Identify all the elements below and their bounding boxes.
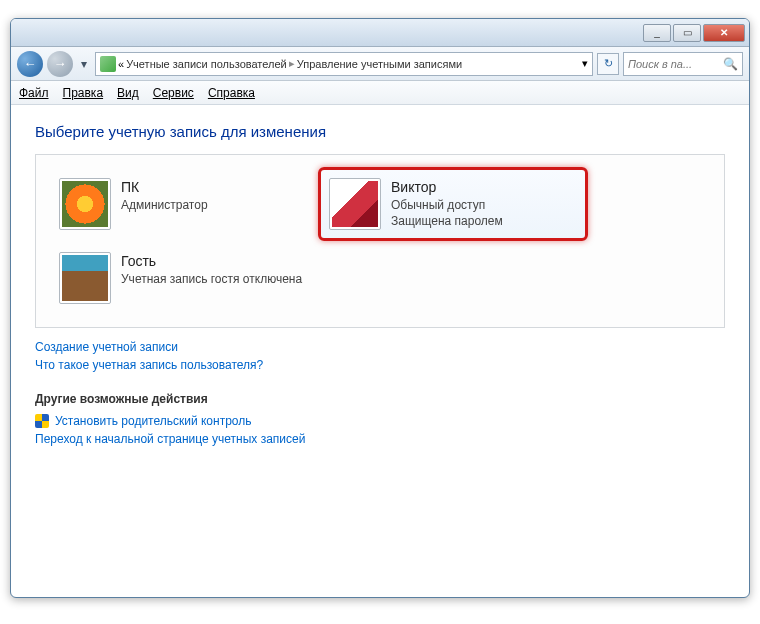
address-bar[interactable]: « Учетные записи пользователей ▸ Управле… (95, 52, 593, 76)
flower-icon (62, 181, 108, 227)
avatar (59, 252, 111, 304)
back-button[interactable]: ← (17, 51, 43, 77)
account-info: Виктор Обычный доступ Защищена паролем (391, 178, 503, 229)
content-area: Выберите учетную запись для изменения ПК… (11, 105, 749, 468)
menu-view[interactable]: Вид (117, 86, 139, 100)
page-heading: Выберите учетную запись для изменения (35, 123, 725, 140)
suitcase-icon (62, 255, 108, 301)
menu-tools[interactable]: Сервис (153, 86, 194, 100)
account-pk[interactable]: ПК Администратор (48, 167, 318, 241)
crumb-prefix: « (118, 58, 124, 70)
avatar (59, 178, 111, 230)
breadcrumb-manage[interactable]: Управление учетными записями (297, 58, 462, 70)
menu-file[interactable]: Файл (19, 86, 49, 100)
control-panel-window: _ ▭ ✕ ← → ▾ « Учетные записи пользовател… (10, 18, 750, 598)
breadcrumb-accounts[interactable]: Учетные записи пользователей (126, 58, 287, 70)
shield-icon (35, 414, 49, 428)
accounts-container: ПК Администратор Виктор Обычный доступ З… (35, 154, 725, 328)
history-dropdown[interactable]: ▾ (77, 57, 91, 71)
link-accounts-home-text: Переход к начальной странице учетных зап… (35, 432, 305, 446)
menu-help[interactable]: Справка (208, 86, 255, 100)
account-password-status: Защищена паролем (391, 213, 503, 229)
other-actions-heading: Другие возможные действия (35, 392, 725, 406)
account-status: Учетная запись гостя отключена (121, 271, 302, 287)
maximize-button[interactable]: ▭ (673, 24, 701, 42)
breadcrumb-separator: ▸ (289, 57, 295, 70)
account-info: ПК Администратор (121, 178, 208, 213)
link-parental-controls[interactable]: Установить родительский контроль (35, 414, 725, 428)
account-links: Создание учетной записи Что такое учетна… (35, 340, 725, 372)
menu-edit[interactable]: Правка (63, 86, 104, 100)
location-icon (100, 56, 116, 72)
origami-icon (332, 181, 378, 227)
link-parental-controls-text: Установить родительский контроль (55, 414, 252, 428)
link-what-is-account[interactable]: Что такое учетная запись пользователя? (35, 358, 725, 372)
account-type: Администратор (121, 197, 208, 213)
link-create-account[interactable]: Создание учетной записи (35, 340, 725, 354)
search-input[interactable] (628, 58, 723, 70)
navigation-bar: ← → ▾ « Учетные записи пользователей ▸ У… (11, 47, 749, 81)
minimize-button[interactable]: _ (643, 24, 671, 42)
account-guest[interactable]: Гость Учетная запись гостя отключена (48, 241, 318, 315)
account-name: Виктор (391, 178, 503, 197)
refresh-button[interactable]: ↻ (597, 53, 619, 75)
account-name: ПК (121, 178, 208, 197)
search-box[interactable]: 🔍 (623, 52, 743, 76)
avatar (329, 178, 381, 230)
search-icon: 🔍 (723, 57, 738, 71)
address-dropdown-icon[interactable]: ▾ (582, 57, 588, 70)
menu-bar: Файл Правка Вид Сервис Справка (11, 81, 749, 105)
titlebar: _ ▭ ✕ (11, 19, 749, 47)
account-viktor[interactable]: Виктор Обычный доступ Защищена паролем (318, 167, 588, 241)
forward-button[interactable]: → (47, 51, 73, 77)
account-info: Гость Учетная запись гостя отключена (121, 252, 302, 287)
account-name: Гость (121, 252, 302, 271)
link-accounts-home[interactable]: Переход к начальной странице учетных зап… (35, 432, 725, 446)
close-button[interactable]: ✕ (703, 24, 745, 42)
account-type: Обычный доступ (391, 197, 503, 213)
